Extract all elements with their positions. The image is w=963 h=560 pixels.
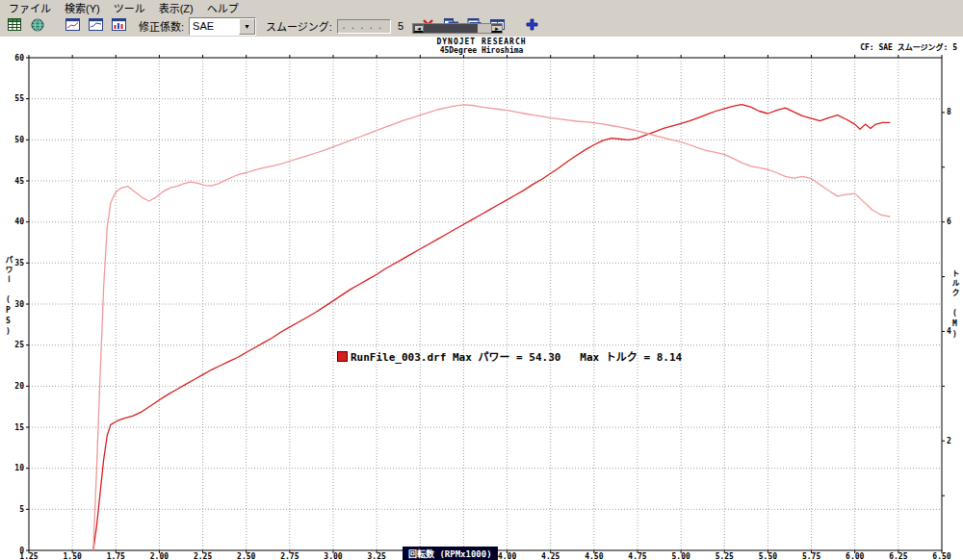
svg-text:20: 20 bbox=[14, 382, 24, 391]
web-button[interactable] bbox=[27, 16, 48, 36]
toolbar-separator bbox=[509, 26, 519, 27]
scroll-right-icon[interactable]: ► bbox=[491, 24, 502, 33]
add-overlay-button[interactable] bbox=[521, 16, 542, 36]
menu-bar: ファイル 検索(Y) ツール 表示(Z) ヘルプ bbox=[0, 0, 963, 15]
left-axis-title: パワー (PS) bbox=[3, 256, 13, 338]
svg-text:1.50: 1.50 bbox=[64, 552, 82, 560]
legend: RunFile_003.drf Max パワー = 54.30 Max トルク … bbox=[337, 348, 682, 364]
svg-text:60: 60 bbox=[14, 54, 24, 63]
svg-text:4.00: 4.00 bbox=[498, 552, 516, 560]
correction-factor-value: SAE bbox=[190, 20, 239, 32]
svg-text:2: 2 bbox=[947, 437, 951, 445]
chart-title: DYNOJET RESEARCH bbox=[327, 38, 636, 46]
chart-pan-scrollbar[interactable]: ◄ ► bbox=[412, 23, 503, 34]
globe-icon bbox=[31, 18, 44, 35]
correction-smoothing-note: CF: SAE スムージング: 5 bbox=[860, 41, 957, 52]
svg-text:1.75: 1.75 bbox=[107, 552, 125, 560]
svg-text:15: 15 bbox=[14, 423, 24, 432]
winpep-window: ファイル 検索(Y) ツール 表示(Z) ヘルプ 修正係数: SAE ▼ スムー… bbox=[0, 0, 963, 560]
svg-text:45: 45 bbox=[14, 177, 24, 186]
svg-text:3.00: 3.00 bbox=[324, 552, 342, 560]
chart-line-icon-2 bbox=[89, 18, 103, 34]
menu-file[interactable]: ファイル bbox=[2, 0, 58, 16]
toolbar: 修正係数: SAE ▼ スムージング: ..... 5 ◄ ► bbox=[0, 15, 963, 37]
svg-text:6.00: 6.00 bbox=[846, 552, 864, 560]
svg-text:55: 55 bbox=[14, 94, 24, 103]
svg-text:2.75: 2.75 bbox=[280, 552, 299, 560]
toolbar-separator bbox=[50, 26, 60, 27]
legend-text: RunFile_003.drf Max パワー = 54.30 Max トルク … bbox=[351, 348, 682, 364]
svg-text:40: 40 bbox=[14, 217, 24, 226]
svg-text:0: 0 bbox=[19, 547, 24, 555]
chart-view-button-3[interactable] bbox=[108, 16, 129, 36]
dyno-chart-area[interactable]: 1.251.501.752.002.252.502.753.003.253.50… bbox=[0, 37, 963, 560]
scroll-left-icon[interactable]: ◄ bbox=[413, 24, 424, 33]
chevron-down-icon[interactable]: ▼ bbox=[239, 18, 255, 35]
svg-text:8: 8 bbox=[947, 108, 951, 116]
svg-text:2.00: 2.00 bbox=[150, 552, 169, 560]
svg-text:5.75: 5.75 bbox=[802, 552, 820, 560]
svg-text:5.00: 5.00 bbox=[672, 552, 690, 560]
correction-factor-label: 修正係数: bbox=[139, 18, 184, 34]
menu-view[interactable]: 表示(Z) bbox=[152, 0, 200, 16]
svg-text:2.25: 2.25 bbox=[194, 552, 212, 560]
svg-text:10: 10 bbox=[14, 464, 24, 472]
chart-bars-icon bbox=[112, 18, 126, 34]
right-axis-title: トルク (M) bbox=[950, 269, 960, 341]
correction-factor-select[interactable]: SAE ▼ bbox=[189, 17, 256, 36]
svg-text:6.50: 6.50 bbox=[932, 552, 950, 560]
scrollbar-track[interactable] bbox=[478, 24, 491, 33]
svg-text:4.25: 4.25 bbox=[541, 552, 560, 560]
table-icon bbox=[8, 18, 21, 34]
smoothing-slider[interactable]: ..... bbox=[337, 19, 391, 34]
smoothing-value: 5 bbox=[398, 20, 403, 32]
svg-text:35: 35 bbox=[14, 259, 24, 267]
svg-text:2.50: 2.50 bbox=[237, 552, 255, 560]
plus-icon bbox=[526, 18, 538, 34]
svg-text:50: 50 bbox=[14, 136, 24, 144]
svg-text:5.25: 5.25 bbox=[716, 552, 734, 560]
svg-text:6.25: 6.25 bbox=[889, 552, 907, 560]
scrollbar-thumb[interactable] bbox=[424, 24, 478, 33]
svg-text:3.25: 3.25 bbox=[368, 552, 386, 560]
svg-text:5.50: 5.50 bbox=[759, 552, 777, 560]
menu-tools[interactable]: ツール bbox=[107, 0, 152, 16]
svg-text:5: 5 bbox=[19, 505, 24, 514]
chart-line-icon bbox=[65, 18, 80, 34]
svg-text:25: 25 bbox=[14, 341, 24, 349]
svg-text:6: 6 bbox=[947, 217, 951, 226]
chart-subtitle: 45Degree Hiroshima bbox=[327, 46, 636, 55]
graph-file-button[interactable] bbox=[4, 16, 25, 36]
chart-view-button-2[interactable] bbox=[85, 16, 106, 36]
chart-view-button-1[interactable] bbox=[62, 16, 83, 36]
smoothing-label: スムージング: bbox=[266, 18, 332, 34]
svg-text:30: 30 bbox=[14, 300, 24, 309]
menu-help[interactable]: ヘルプ bbox=[200, 0, 246, 16]
dyno-chart: 1.251.501.752.002.252.502.753.003.253.50… bbox=[0, 37, 963, 560]
svg-text:4.50: 4.50 bbox=[585, 552, 603, 560]
legend-marker-icon bbox=[337, 351, 348, 362]
x-axis-title: 回転数 (RPMx1000) bbox=[403, 547, 498, 560]
menu-search[interactable]: 検索(Y) bbox=[58, 0, 107, 16]
svg-text:4.75: 4.75 bbox=[628, 552, 646, 560]
